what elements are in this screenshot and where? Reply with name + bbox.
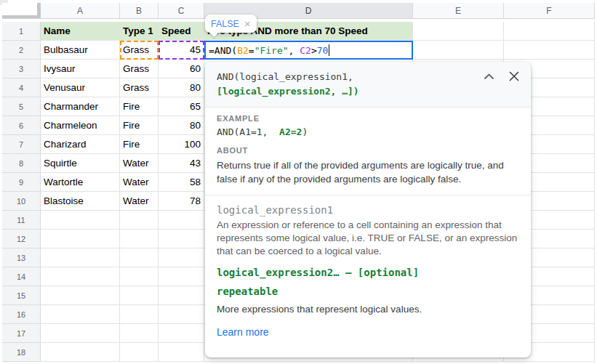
function-signature-line1: AND(logical_expression1,: [217, 70, 519, 84]
cell-B6[interactable]: Fire: [120, 116, 159, 135]
formula-cell-d2[interactable]: =AND(B2="Fire", C2>70: [204, 41, 413, 60]
spreadsheet: ABCDEF 1NameType 1SpeedFire type AND mor…: [0, 0, 597, 364]
close-icon[interactable]: [509, 71, 519, 81]
column-header-c[interactable]: C: [159, 3, 204, 19]
cell-E1[interactable]: [413, 22, 504, 41]
row-header-12[interactable]: 12: [2, 230, 41, 248]
row-header-2[interactable]: 2: [2, 41, 41, 60]
cell-A9[interactable]: Wartortle: [41, 173, 120, 192]
cell-B1[interactable]: Type 1: [120, 22, 159, 41]
row-header-6[interactable]: 6: [2, 116, 41, 135]
cell-A4[interactable]: Venusaur: [41, 78, 120, 97]
cell-B7[interactable]: Fire: [120, 135, 159, 154]
cell-A16[interactable]: [41, 305, 120, 324]
cell-B11[interactable]: [120, 211, 159, 230]
cell-A10[interactable]: Blastoise: [41, 192, 120, 211]
cell-C17[interactable]: [159, 324, 204, 343]
column-header-f[interactable]: F: [504, 3, 595, 19]
cell-B3[interactable]: Grass: [120, 60, 159, 78]
row-header-14[interactable]: 14: [2, 267, 41, 286]
cell-B12[interactable]: [120, 230, 159, 248]
cell-C18[interactable]: [159, 343, 204, 362]
row-header-7[interactable]: 7: [2, 135, 41, 154]
cell-A3[interactable]: Ivysaur: [41, 60, 120, 78]
example-code-pre: AND(A1=1,: [217, 126, 279, 137]
cell-C3[interactable]: 60: [159, 60, 204, 78]
collapse-chevron-icon[interactable]: [484, 73, 494, 80]
cell-A12[interactable]: [41, 230, 120, 248]
column-header-a[interactable]: A: [41, 3, 120, 19]
cell-C1[interactable]: Speed: [159, 22, 204, 41]
row-header-3[interactable]: 3: [2, 60, 41, 78]
example-code-highlight: A2=2: [279, 126, 302, 137]
cell-A8[interactable]: Squirtle: [41, 154, 120, 173]
function-signature-line2: [logical_expression2, …]): [217, 84, 519, 99]
argument1-description: An expression or reference to a cell con…: [217, 219, 519, 258]
select-all-corner[interactable]: [2, 3, 41, 19]
about-text: Returns true if all of the provided argu…: [217, 158, 519, 186]
row-header-18[interactable]: 18: [2, 343, 41, 362]
cell-F1[interactable]: [504, 22, 595, 41]
cell-C16[interactable]: [159, 305, 204, 324]
cell-C15[interactable]: [159, 286, 204, 305]
cell-C12[interactable]: [159, 230, 204, 248]
cell-B5[interactable]: Fire: [120, 97, 159, 116]
cell-A17[interactable]: [41, 324, 120, 343]
cell-A1[interactable]: Name: [41, 22, 120, 41]
cell-B15[interactable]: [120, 286, 159, 305]
cell-F2[interactable]: [504, 41, 595, 60]
cell-A2[interactable]: Bulbasaur: [41, 41, 120, 60]
row-header-4[interactable]: 4: [2, 78, 41, 97]
cell-A18[interactable]: [41, 343, 120, 362]
example-code: AND(A1=1, A2=2): [217, 126, 519, 137]
row-header-16[interactable]: 16: [2, 305, 41, 324]
cell-C9[interactable]: 58: [159, 173, 204, 192]
cell-C13[interactable]: [159, 248, 204, 267]
cell-A6[interactable]: Charmeleon: [41, 116, 120, 135]
cell-B16[interactable]: [120, 305, 159, 324]
column-header-b[interactable]: B: [120, 3, 159, 19]
cell-A7[interactable]: Charizard: [41, 135, 120, 154]
cell-B13[interactable]: [120, 248, 159, 267]
column-header-e[interactable]: E: [413, 3, 504, 19]
cell-A15[interactable]: [41, 286, 120, 305]
cell-B17[interactable]: [120, 324, 159, 343]
cell-B4[interactable]: Grass: [120, 78, 159, 97]
cell-B14[interactable]: [120, 267, 159, 286]
cell-C2[interactable]: 45: [159, 41, 204, 60]
cell-B18[interactable]: [120, 343, 159, 362]
row-header-15[interactable]: 15: [2, 286, 41, 305]
cell-C4[interactable]: 80: [159, 78, 204, 97]
example-label: EXAMPLE: [217, 114, 519, 123]
cell-C5[interactable]: 65: [159, 97, 204, 116]
chip-value: FALSE: [211, 19, 239, 29]
learn-more-link[interactable]: Learn more: [217, 326, 269, 338]
row-header-9[interactable]: 9: [2, 173, 41, 192]
row-header-10[interactable]: 10: [2, 192, 41, 211]
row-header-5[interactable]: 5: [2, 97, 41, 116]
cell-B8[interactable]: Water: [120, 154, 159, 173]
chip-close-icon[interactable]: ×: [244, 18, 251, 29]
cell-A5[interactable]: Charmander: [41, 97, 120, 116]
cell-A11[interactable]: [41, 211, 120, 230]
cell-B2[interactable]: Grass: [120, 41, 159, 60]
cell-B10[interactable]: Water: [120, 192, 159, 211]
row-header-13[interactable]: 13: [2, 248, 41, 267]
row-header-8[interactable]: 8: [2, 154, 41, 173]
cell-C10[interactable]: 78: [159, 192, 204, 211]
cell-C8[interactable]: 43: [159, 154, 204, 173]
cell-C11[interactable]: [159, 211, 204, 230]
cell-E2[interactable]: [413, 41, 504, 60]
cell-C14[interactable]: [159, 267, 204, 286]
cell-C7[interactable]: 100: [159, 135, 204, 154]
cell-B9[interactable]: Water: [120, 173, 159, 192]
cell-C6[interactable]: 80: [159, 116, 204, 135]
cell-A14[interactable]: [41, 267, 120, 286]
row-header-11[interactable]: 11: [2, 211, 41, 230]
cell-A13[interactable]: [41, 248, 120, 267]
row-header-17[interactable]: 17: [2, 324, 41, 343]
row-header-1[interactable]: 1: [2, 22, 41, 41]
popup-arguments-section: logical_expression1 An expression or ref…: [205, 195, 531, 349]
formula-token-6: >: [311, 45, 317, 56]
formula-token-4: ,: [289, 45, 300, 56]
